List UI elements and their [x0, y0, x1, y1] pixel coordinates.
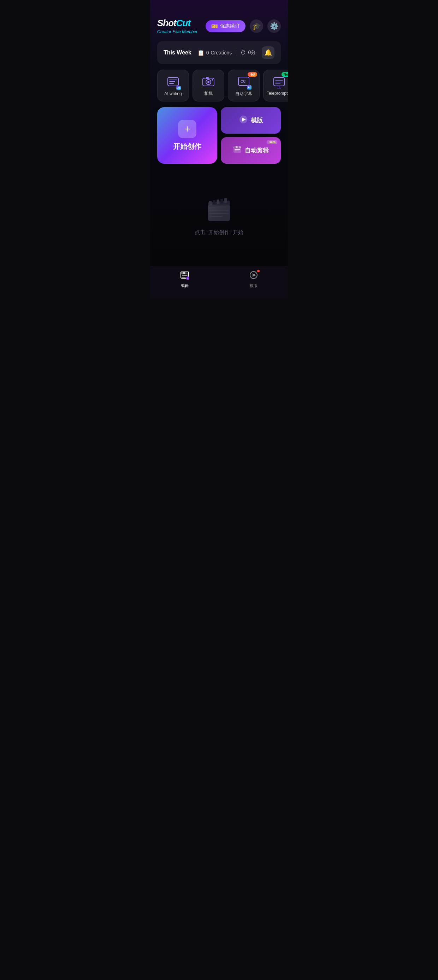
edit-nav-icon: + [180, 270, 189, 282]
stats-divider [236, 50, 236, 56]
svg-text:+: + [187, 277, 189, 280]
template-nav-label: 模版 [250, 283, 257, 288]
creations-icon: 📋 [197, 49, 205, 56]
svg-rect-46 [185, 272, 187, 274]
template-nav-svg [249, 270, 258, 280]
svg-rect-35 [216, 199, 219, 204]
svg-marker-52 [252, 273, 256, 277]
svg-point-6 [207, 81, 209, 83]
create-label: 开始创作 [173, 142, 202, 151]
svg-rect-36 [221, 199, 223, 203]
empty-state: 点击 "开始创作" 开始 [150, 171, 288, 260]
stats-title: This Week [163, 49, 192, 56]
app-container: ShotCut Creator Elite Member 🎫 优惠续订 🎓 ⚙️… [150, 0, 288, 298]
teleprompter-icon [272, 75, 286, 89]
logo-shot: Shot [157, 18, 176, 28]
member-badge: Creator Elite Member [157, 29, 197, 34]
template-label: 模版 [251, 116, 263, 124]
creations-stat: 📋 0 Creations [197, 49, 232, 56]
creations-count: 0 [206, 50, 209, 56]
graduation-icon-btn[interactable]: 🎓 [250, 19, 263, 33]
nav-item-template[interactable]: 模版 [219, 270, 288, 288]
start-create-button[interactable]: + 开始创作 [157, 107, 217, 164]
edit-icon-svg: + [180, 270, 189, 280]
auto-cut-button[interactable]: Beta 自动剪辑 [221, 137, 281, 164]
edit-nav-label: 编辑 [181, 283, 189, 288]
creations-label: Creations [211, 50, 232, 56]
svg-rect-44 [182, 272, 183, 274]
app-logo: ShotCut [157, 18, 197, 29]
beta-badge: Beta [267, 140, 277, 144]
svg-text:CC: CC [241, 80, 246, 83]
logo-section: ShotCut Creator Elite Member [157, 18, 197, 34]
svg-rect-41 [208, 204, 230, 221]
clapperboard-svg [205, 195, 233, 223]
notification-button[interactable]: 🔔 [262, 46, 275, 59]
header-actions: 🎫 优惠续订 🎓 ⚙️ [206, 19, 281, 33]
svg-rect-11 [274, 78, 284, 86]
create-plus-icon: + [178, 120, 197, 138]
header: ShotCut Creator Elite Member 🎫 优惠续订 🎓 ⚙️ [150, 0, 288, 38]
empty-state-text: 点击 "开始创作" 开始 [195, 229, 244, 236]
content-spacer [150, 260, 288, 266]
tool-teleprompter[interactable]: New Teleprompter [263, 70, 288, 102]
bottom-nav: + 编辑 模版 [150, 266, 288, 298]
svg-rect-27 [236, 146, 237, 148]
graduation-icon: 🎓 [252, 22, 261, 30]
clapperboard-illustration [205, 195, 233, 223]
ai-writing-label: AI writing [164, 91, 182, 96]
svg-rect-28 [238, 146, 239, 148]
template-notification-dot [257, 270, 260, 272]
score-icon: ⏱ [241, 49, 246, 56]
subtitle-ai-badge: AI [247, 85, 251, 89]
tool-scroll: AI AI writing 相机 Hot CC AI [150, 70, 288, 102]
svg-rect-34 [213, 200, 216, 204]
ai-writing-ai-badge: AI [176, 86, 181, 90]
auto-cut-label: 自动剪辑 [245, 146, 269, 154]
template-nav-icon [249, 270, 258, 282]
tool-auto-subtitle[interactable]: Hot CC AI 自动字幕 [228, 70, 260, 102]
camera-icon [202, 75, 215, 88]
score-stat: ⏱ 0分 [241, 49, 256, 56]
nav-item-edit[interactable]: + 编辑 [150, 270, 219, 288]
renew-icon: 🎫 [211, 23, 218, 29]
score-value: 0分 [248, 49, 256, 56]
svg-rect-37 [224, 198, 227, 202]
action-grid: + 开始创作 模版 Beta [150, 107, 288, 164]
template-svg-icon [239, 115, 248, 124]
settings-icon: ⚙️ [270, 22, 279, 30]
svg-point-8 [211, 79, 213, 81]
logo-cut: Cut [176, 18, 190, 28]
teleprompter-new-badge: New [281, 72, 288, 77]
renew-button[interactable]: 🎫 优惠续订 [206, 20, 246, 32]
tool-camera[interactable]: 相机 [192, 70, 224, 102]
plus-symbol: + [184, 123, 190, 135]
renew-label: 优惠续订 [220, 23, 240, 29]
camera-label: 相机 [204, 91, 213, 97]
template-icon [239, 115, 248, 126]
settings-icon-btn[interactable]: ⚙️ [267, 19, 281, 33]
notification-icon: 🔔 [264, 49, 272, 57]
stats-info: 📋 0 Creations ⏱ 0分 [197, 49, 256, 56]
teleprompter-label: Teleprompter [267, 91, 288, 96]
svg-rect-26 [234, 146, 236, 148]
stats-bar: This Week 📋 0 Creations ⏱ 0分 🔔 [157, 41, 281, 64]
auto-subtitle-label: 自动字幕 [235, 91, 252, 97]
auto-cut-svg-icon [233, 145, 242, 154]
template-button[interactable]: 模版 [221, 107, 281, 134]
auto-cut-icon [233, 145, 242, 156]
tool-ai-writing[interactable]: AI AI writing [157, 70, 189, 102]
svg-rect-45 [183, 272, 185, 274]
